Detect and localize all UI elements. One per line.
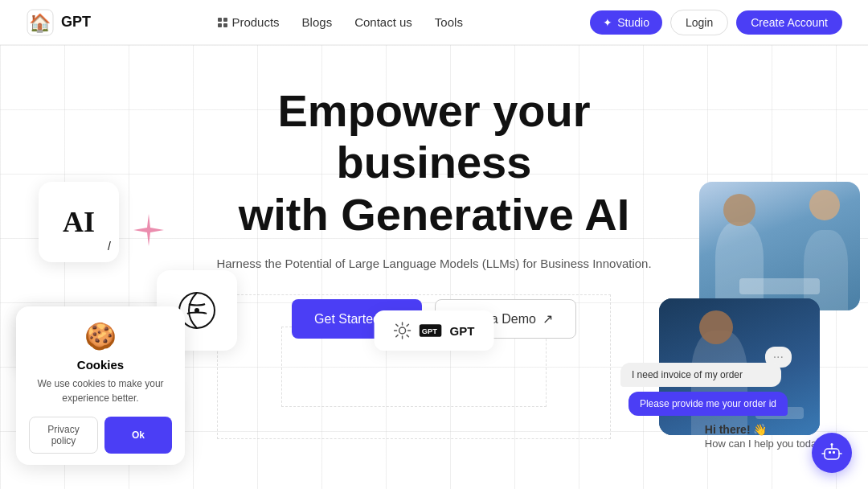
svg-point-4: [399, 327, 406, 334]
cookie-text: We use cookies to make your experience b…: [29, 376, 172, 405]
logo-text: GPT: [61, 14, 91, 31]
anthropic-slash: /: [108, 240, 111, 253]
studio-button[interactable]: ✦ Studio: [590, 10, 662, 35]
chatbot-button[interactable]: [812, 433, 852, 473]
nav-actions: ✦ Studio Login Create Account: [590, 10, 842, 35]
hero-title: Empower your business with Generative AI: [193, 85, 675, 240]
bot-icon: [821, 442, 842, 463]
svg-point-3: [194, 308, 199, 313]
svg-rect-9: [833, 451, 835, 454]
chat-message-1: I need invoice of my order: [620, 363, 781, 387]
card-anthropic: AI /: [39, 182, 119, 262]
nav-contact[interactable]: Contact us: [354, 15, 412, 29]
hero-subtitle: Harness the Potential of Large Language …: [193, 257, 675, 270]
hi-there-box: Hi there! 👋 How can I help you today?: [705, 423, 828, 450]
svg-text:🏠: 🏠: [29, 12, 51, 34]
hero-section: Empower your business with Generative AI…: [193, 85, 675, 339]
navbar: 🏠 GPT Products Blogs Contact us Tools ✦ …: [0, 0, 868, 45]
cookie-ok-button[interactable]: Ok: [104, 417, 172, 454]
cookie-actions: Privacy policy Ok: [29, 417, 172, 454]
nav-products[interactable]: Products: [218, 15, 279, 29]
studio-star-icon: ✦: [603, 16, 612, 29]
main-content: Empower your business with Generative AI…: [0, 45, 868, 489]
login-button[interactable]: Login: [670, 10, 728, 35]
chat-message-2: Please provide me your order id: [628, 392, 788, 416]
svg-point-10: [831, 443, 833, 446]
logo[interactable]: 🏠 GPT: [26, 8, 91, 37]
create-account-button[interactable]: Create Account: [736, 10, 842, 35]
help-text: How can I help you today?: [705, 438, 828, 450]
svg-rect-7: [825, 449, 839, 459]
center-logo-text: GPT: [450, 324, 475, 338]
cookie-icon: 🍪: [29, 321, 172, 351]
chat-bubble-container: ··· I need invoice of my order Please pr…: [620, 363, 788, 416]
center-logo-box: GPT GPT: [375, 310, 494, 351]
gpt-logo-icon: GPT: [420, 324, 442, 337]
sparkle-decoration: [129, 210, 169, 253]
greeting-text: Hi there! 👋: [705, 423, 828, 436]
svg-text:GPT: GPT: [422, 327, 437, 335]
photo-top: [699, 182, 860, 310]
svg-rect-8: [829, 451, 831, 454]
nav-blogs[interactable]: Blogs: [302, 15, 333, 29]
nav-tools[interactable]: Tools: [435, 15, 463, 29]
nav-links: Products Blogs Contact us Tools: [218, 15, 462, 29]
gear-settings-icon: [394, 322, 411, 339]
cookie-banner: 🍪 Cookies We use cookies to make your ex…: [16, 306, 185, 465]
cookie-title: Cookies: [29, 358, 172, 372]
external-link-icon: ↗: [542, 311, 553, 327]
privacy-policy-button[interactable]: Privacy policy: [29, 417, 98, 454]
ai-text: AI: [63, 205, 95, 239]
